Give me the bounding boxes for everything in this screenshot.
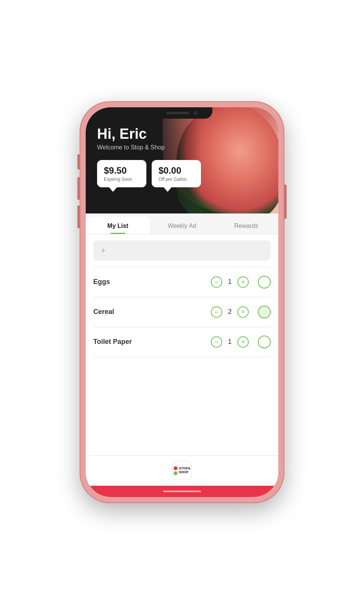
brand-dots bbox=[174, 466, 177, 475]
dot-row-bottom bbox=[174, 471, 177, 475]
item-name-eggs: Eggs bbox=[93, 278, 206, 286]
mute-button bbox=[77, 154, 80, 169]
list-item: Cereal − 2 + bbox=[86, 297, 278, 327]
promo-cards: $9.50 Expiring Soon $0.00 Off per Gallon bbox=[97, 160, 267, 187]
notch bbox=[152, 107, 212, 119]
gas-discount-card[interactable]: $0.00 Off per Gallon bbox=[152, 160, 201, 187]
tab-rewards[interactable]: Rewards bbox=[214, 216, 278, 234]
decrement-toilet-paper-button[interactable]: − bbox=[211, 336, 222, 348]
tab-weekly-ad[interactable]: Weekly Ad bbox=[150, 216, 214, 234]
content-area: + Eggs − 1 + Cereal bbox=[86, 234, 278, 455]
list-item: Eggs − 1 + bbox=[86, 267, 278, 297]
bottom-bar: STOP& SHOP bbox=[86, 455, 278, 486]
check-toilet-paper-button[interactable] bbox=[258, 336, 271, 348]
tab-my-list[interactable]: My List bbox=[86, 216, 150, 234]
decrement-cereal-button[interactable]: − bbox=[211, 306, 222, 318]
phone-screen: Hi, Eric Welcome to Stop & Shop $9.50 Ex… bbox=[86, 107, 278, 497]
subtitle-text: Welcome to Stop & Shop bbox=[97, 144, 267, 151]
dot-row-top bbox=[174, 466, 177, 470]
phone-frame: Hi, Eric Welcome to Stop & Shop $9.50 Ex… bbox=[80, 101, 284, 503]
home-bar bbox=[163, 491, 201, 492]
list-item: Toilet Paper − 1 + bbox=[86, 327, 278, 357]
gas-amount: $0.00 bbox=[158, 165, 194, 176]
dot-red-top bbox=[174, 466, 177, 470]
volume-up-button bbox=[77, 177, 80, 200]
brand-logo: STOP& SHOP bbox=[173, 461, 191, 480]
volume-down-button bbox=[77, 206, 80, 228]
decrement-eggs-button[interactable]: − bbox=[211, 276, 222, 288]
quantity-control-toilet-paper: − 1 + bbox=[211, 336, 249, 348]
hero-section: Hi, Eric Welcome to Stop & Shop $9.50 Ex… bbox=[86, 107, 278, 213]
hero-content: Hi, Eric Welcome to Stop & Shop $9.50 Ex… bbox=[86, 107, 278, 195]
item-name-toilet-paper: Toilet Paper bbox=[93, 338, 206, 346]
brand-name-shop: SHOP bbox=[179, 471, 191, 474]
divider-3 bbox=[93, 357, 271, 357]
speaker bbox=[166, 112, 189, 114]
check-cereal-button[interactable] bbox=[258, 306, 271, 318]
greeting-text: Hi, Eric bbox=[97, 126, 267, 142]
home-indicator bbox=[86, 486, 278, 497]
quantity-control-cereal: − 2 + bbox=[211, 306, 249, 318]
camera bbox=[194, 111, 198, 115]
increment-eggs-button[interactable]: + bbox=[237, 276, 249, 288]
power-button bbox=[284, 185, 287, 219]
app-screen: Hi, Eric Welcome to Stop & Shop $9.50 Ex… bbox=[86, 107, 278, 497]
increment-toilet-paper-button[interactable]: + bbox=[237, 336, 249, 348]
add-item-button[interactable]: + bbox=[93, 240, 271, 261]
expiring-soon-card[interactable]: $9.50 Expiring Soon bbox=[97, 160, 146, 187]
add-icon: + bbox=[101, 246, 106, 255]
quantity-control-eggs: − 1 + bbox=[211, 276, 249, 288]
tab-bar: My List Weekly Ad Rewards bbox=[86, 213, 278, 234]
quantity-cereal: 2 bbox=[226, 308, 234, 316]
gas-label: Off per Gallon bbox=[158, 177, 194, 182]
item-name-cereal: Cereal bbox=[93, 308, 206, 316]
quantity-toilet-paper: 1 bbox=[226, 338, 234, 346]
expiring-label: Expiring Soon bbox=[104, 177, 140, 182]
increment-cereal-button[interactable]: + bbox=[237, 306, 249, 318]
quantity-eggs: 1 bbox=[226, 278, 234, 286]
dot-green-bottom bbox=[174, 471, 177, 475]
check-eggs-button[interactable] bbox=[258, 276, 271, 289]
expiring-amount: $9.50 bbox=[104, 165, 140, 176]
